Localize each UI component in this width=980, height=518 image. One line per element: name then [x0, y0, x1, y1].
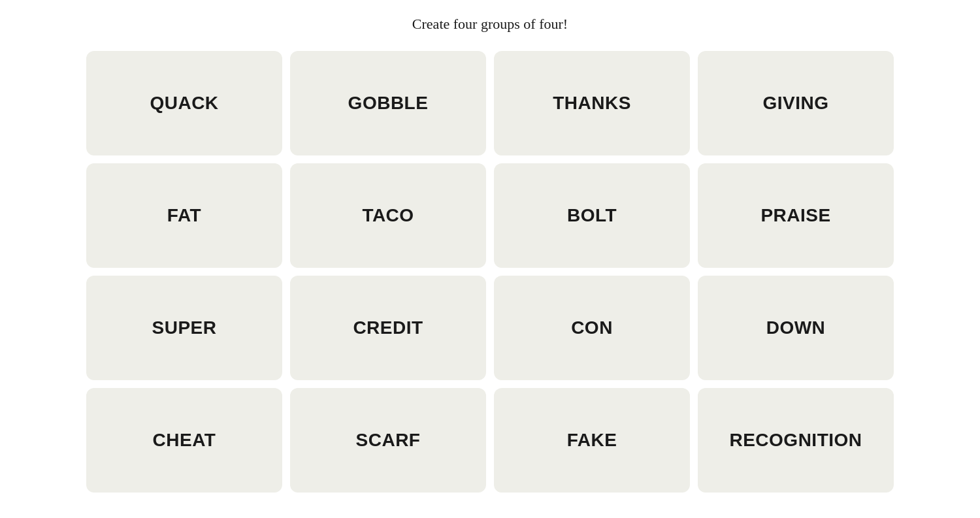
card-cheat[interactable]: CHEAT: [86, 388, 282, 493]
card-label-thanks: THANKS: [553, 93, 631, 114]
card-con[interactable]: CON: [494, 276, 690, 380]
card-super[interactable]: SUPER: [86, 276, 282, 380]
card-quack[interactable]: QUACK: [86, 51, 282, 155]
card-down[interactable]: DOWN: [698, 276, 894, 380]
card-fake[interactable]: FAKE: [494, 388, 690, 493]
card-label-super: SUPER: [152, 317, 217, 338]
card-fat[interactable]: FAT: [86, 163, 282, 268]
card-label-scarf: SCARF: [356, 430, 421, 451]
card-thanks[interactable]: THANKS: [494, 51, 690, 155]
word-grid: QUACKGOBBLETHANKSGIVINGFATTACOBOLTPRAISE…: [86, 51, 894, 493]
card-label-giving: GIVING: [762, 93, 828, 114]
card-label-credit: CREDIT: [353, 317, 423, 338]
card-label-con: CON: [571, 317, 613, 338]
page-subtitle: Create four groups of four!: [412, 16, 568, 33]
card-label-praise: PRAISE: [760, 205, 830, 226]
card-label-fat: FAT: [167, 205, 201, 226]
card-label-gobble: GOBBLE: [348, 93, 429, 114]
card-recognition[interactable]: RECOGNITION: [698, 388, 894, 493]
card-giving[interactable]: GIVING: [698, 51, 894, 155]
card-label-cheat: CHEAT: [153, 430, 216, 451]
card-bolt[interactable]: BOLT: [494, 163, 690, 268]
card-label-quack: QUACK: [150, 93, 218, 114]
card-scarf[interactable]: SCARF: [290, 388, 486, 493]
card-label-fake: FAKE: [567, 430, 617, 451]
card-label-taco: TACO: [362, 205, 414, 226]
card-label-recognition: RECOGNITION: [729, 430, 862, 451]
card-praise[interactable]: PRAISE: [698, 163, 894, 268]
card-gobble[interactable]: GOBBLE: [290, 51, 486, 155]
card-taco[interactable]: TACO: [290, 163, 486, 268]
card-label-bolt: BOLT: [567, 205, 617, 226]
card-label-down: DOWN: [766, 317, 826, 338]
card-credit[interactable]: CREDIT: [290, 276, 486, 380]
